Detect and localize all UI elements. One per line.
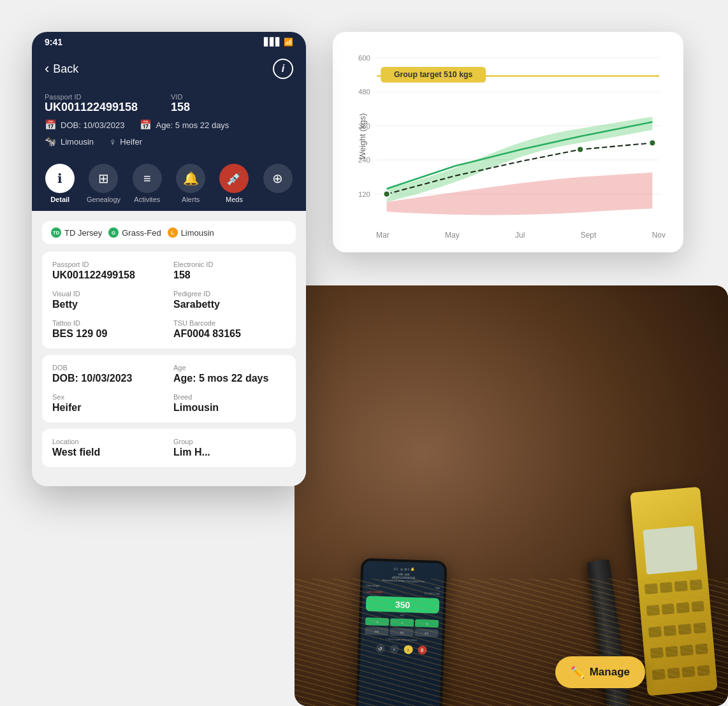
tab-genealogy[interactable]: ⊞ Genealogy [82, 157, 125, 211]
cow-icon: 🐄 [45, 136, 57, 147]
time-display: 9:41 [45, 37, 62, 47]
status-bar: 9:41 ▋▋▋ 📶 [32, 32, 306, 52]
dob-pill: 📅 DOB: 10/03/2023 [45, 119, 124, 131]
chart-y-label: Weight (kgs) [358, 113, 367, 160]
visual-id-detail: Visual ID Betty [52, 290, 164, 310]
breed-value: Limousin [61, 137, 94, 147]
tag-grass-fed: G Grass-Fed [108, 227, 161, 238]
tab-activities[interactable]: ≡ Activites [126, 157, 169, 211]
meds-tab-label: Meds [226, 196, 243, 203]
sex-pill: ♀ Heifer [109, 136, 142, 147]
svg-point-15 [649, 140, 655, 146]
electronic-id-detail: Electronic ID 158 [173, 261, 286, 281]
tag-pills: TD TD Jersey G Grass-Fed L Limousin [42, 221, 296, 244]
detail-tab-label: Detail [50, 196, 69, 203]
id-detail-card: Passport ID UK001122499158 Electronic ID… [42, 252, 296, 349]
animal-type-row: 🐄 Limousin ♀ Heifer [45, 136, 293, 147]
sex-detail-val: Heifer [52, 402, 164, 414]
scanner-screen [643, 526, 697, 575]
age-calendar-icon: 📅 [140, 119, 152, 131]
visual-id-label: Visual ID [52, 290, 164, 298]
group-label: Group [173, 438, 286, 445]
back-label: Back [53, 62, 78, 76]
x-label-mar: Mar [376, 231, 389, 240]
vid-label: VID [171, 93, 293, 101]
manage-fab[interactable]: ✏️ Manage [555, 656, 645, 688]
svg-point-14 [577, 146, 583, 152]
age-detail: Age Age: 5 mos 22 days [173, 364, 286, 384]
passport-id-detail-val: UK001122499158 [52, 270, 164, 281]
small-phone-buttons: -5-1+1 [365, 617, 439, 628]
meds-tab-icon: 💉 [219, 164, 249, 193]
id-detail-grid: Passport ID UK001122499158 Electronic ID… [52, 261, 286, 340]
x-label-may: May [445, 231, 460, 240]
svg-text:120: 120 [358, 191, 370, 198]
age-pill: 📅 Age: 5 mos 22 days [140, 119, 229, 131]
small-phone: 1/1 ◎ ⊞ ≡ 🔔 VID: 109 UK001122400109 Repl… [356, 558, 448, 706]
tab-more[interactable]: ⊕ [256, 157, 300, 211]
sex-detail-label: Sex [52, 393, 164, 401]
status-icons: ▋▋▋ 📶 [264, 38, 293, 47]
breed-detail: Breed Limousin [173, 393, 286, 414]
genealogy-tab-label: Genealogy [87, 196, 120, 203]
tattoo-id-detail: Tattoo ID BES 129 09 [52, 319, 164, 340]
dob-detail-card: DOB DOB: 10/03/2023 Age Age: 5 mos 22 da… [42, 355, 296, 422]
electronic-id-val: 158 [173, 270, 286, 281]
tab-bar: ℹ Detail ⊞ Genealogy ≡ Activites 🔔 Alert… [32, 157, 306, 211]
tattoo-id-val: BES 129 09 [52, 328, 164, 340]
tab-meds[interactable]: 💉 Meds [212, 157, 256, 211]
genealogy-tab-icon: ⊞ [89, 164, 118, 193]
tab-alerts[interactable]: 🔔 Alerts [169, 157, 212, 211]
small-phone-unit: KG [365, 612, 439, 618]
dob-detail-grid: DOB DOB: 10/03/2023 Age Age: 5 mos 22 da… [52, 364, 286, 414]
svg-point-13 [383, 191, 389, 197]
age-detail-val: Age: 5 mos 22 days [173, 373, 286, 384]
group-detail: Group Lim H... [173, 438, 286, 458]
tag-td-jersey: TD TD Jersey [51, 227, 102, 238]
info-button[interactable]: i [273, 59, 293, 79]
tag-dot-grass: G [108, 227, 119, 238]
location-label: Location [52, 438, 164, 445]
x-label-jul: Jul [515, 231, 525, 240]
tag-label-td: TD Jersey [64, 228, 102, 238]
group-val: Lim H... [173, 447, 286, 458]
manage-fab-label: Manage [590, 666, 630, 679]
tsu-barcode-detail: TSU Barcode AF0004 83165 [173, 319, 286, 340]
chart-x-labels: Mar May Jul Sept Nov [351, 226, 666, 240]
breed-detail-label: Breed [173, 393, 286, 401]
passport-id-field: Passport ID UK001122499158 [45, 93, 167, 114]
dob-detail: DOB DOB: 10/03/2023 [52, 364, 164, 384]
sex-detail: Sex Heifer [52, 393, 164, 414]
tab-detail[interactable]: ℹ Detail [38, 157, 82, 211]
small-phone-screen: 1/1 ◎ ⊞ ≡ 🔔 VID: 109 UK001122400109 Repl… [358, 561, 445, 706]
tag-dot-limousin: L [168, 227, 178, 238]
age-value: Age: 5 mos 22 days [156, 120, 229, 130]
sex-value: Heifer [120, 137, 142, 147]
signal-icon: ▋▋▋ [264, 38, 281, 47]
small-phone-nav: ↺‹›⏸ [364, 644, 437, 655]
small-phone-buttons2: 0.51.02.0 [365, 627, 438, 637]
small-phone-header: 1/1 ◎ ⊞ ≡ 🔔 [367, 566, 440, 572]
tag-limousin: L Limousin [168, 227, 214, 238]
chevron-left-icon: ‹ [45, 61, 49, 77]
location-detail: Location West field [52, 438, 164, 458]
dob-detail-label: DOB [52, 364, 164, 371]
app-body: TD TD Jersey G Grass-Fed L Limousin Pass… [32, 211, 306, 486]
x-label-sept: Sept [581, 231, 597, 240]
back-button[interactable]: ‹ Back [45, 61, 78, 77]
svg-text:Group target 510 kgs: Group target 510 kgs [394, 70, 473, 79]
breed-detail-val: Limousin [173, 402, 286, 414]
calendar-icon: 📅 [45, 119, 57, 131]
dob-detail-val: DOB: 10/03/2023 [52, 373, 164, 384]
more-tab-icon: ⊕ [263, 164, 293, 193]
pencil-icon: ✏️ [571, 665, 585, 679]
passport-id-detail: Passport ID UK001122499158 [52, 261, 164, 281]
tag-label-grass: Grass-Fed [122, 228, 161, 238]
small-phone-note: ✓ Do not open schedule before [365, 637, 438, 642]
pedigree-id-detail: Pedigree ID Sarabetty [173, 290, 286, 310]
small-phone-weight: 350 [366, 596, 440, 614]
nav-bar: ‹ Back i [32, 52, 306, 85]
vid-field: VID 158 [171, 93, 293, 114]
chart-area: Weight (kgs) 600 480 360 240 120 Group t… [351, 47, 666, 226]
small-phone-stats: Last weight Age [367, 584, 440, 589]
